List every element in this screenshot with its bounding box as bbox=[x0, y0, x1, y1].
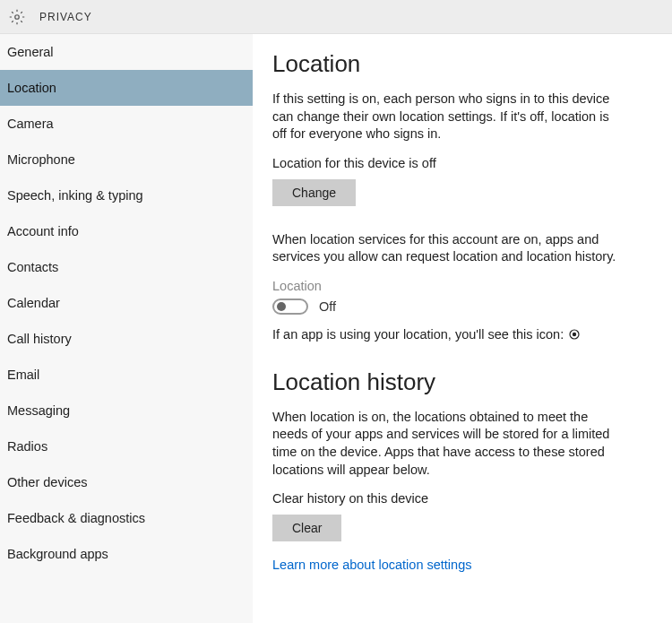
sidebar-item-radios[interactable]: Radios bbox=[0, 428, 253, 464]
sidebar-item-contacts[interactable]: Contacts bbox=[0, 249, 253, 285]
header-bar: PRIVACY bbox=[0, 0, 672, 34]
sidebar-item-calendar[interactable]: Calendar bbox=[0, 285, 253, 321]
history-heading: Location history bbox=[272, 368, 654, 396]
location-in-use-icon bbox=[569, 329, 580, 340]
sidebar-item-other-devices[interactable]: Other devices bbox=[0, 464, 253, 500]
location-heading: Location bbox=[272, 50, 654, 78]
main-panel: Location If this setting is on, each per… bbox=[253, 34, 672, 623]
sidebar-item-camera[interactable]: Camera bbox=[0, 106, 253, 142]
sidebar-item-general[interactable]: General bbox=[0, 34, 253, 70]
svg-point-2 bbox=[573, 333, 576, 336]
svg-point-0 bbox=[15, 14, 20, 19]
sidebar-item-email[interactable]: Email bbox=[0, 357, 253, 393]
change-button[interactable]: Change bbox=[272, 179, 356, 206]
header-title: PRIVACY bbox=[39, 11, 92, 23]
app-using-location-line: If an app is using your location, you'll… bbox=[272, 327, 654, 342]
account-location-description: When location services for this account … bbox=[272, 231, 626, 266]
sidebar-item-messaging[interactable]: Messaging bbox=[0, 393, 253, 428]
sidebar-item-feedback-diagnostics[interactable]: Feedback & diagnostics bbox=[0, 500, 253, 536]
location-toggle-label: Location bbox=[272, 279, 654, 293]
clear-button[interactable]: Clear bbox=[272, 515, 341, 541]
location-description: If this setting is on, each person who s… bbox=[272, 91, 626, 143]
gear-icon bbox=[9, 9, 25, 25]
history-description: When location is on, the locations obtai… bbox=[272, 409, 626, 479]
device-location-status: Location for this device is off bbox=[272, 156, 654, 170]
sidebar-item-background-apps[interactable]: Background apps bbox=[0, 536, 253, 572]
sidebar-item-speech-inking-typing[interactable]: Speech, inking & typing bbox=[0, 177, 253, 213]
learn-more-link[interactable]: Learn more about location settings bbox=[272, 558, 654, 572]
location-toggle[interactable] bbox=[272, 299, 308, 315]
sidebar-item-account-info[interactable]: Account info bbox=[0, 213, 253, 249]
sidebar-item-location[interactable]: Location bbox=[0, 70, 253, 106]
clear-history-label: Clear history on this device bbox=[272, 491, 654, 506]
location-toggle-state: Off bbox=[319, 299, 336, 314]
toggle-knob bbox=[277, 302, 286, 311]
sidebar-item-call-history[interactable]: Call history bbox=[0, 321, 253, 357]
sidebar: GeneralLocationCameraMicrophoneSpeech, i… bbox=[0, 34, 253, 623]
sidebar-item-microphone[interactable]: Microphone bbox=[0, 142, 253, 177]
